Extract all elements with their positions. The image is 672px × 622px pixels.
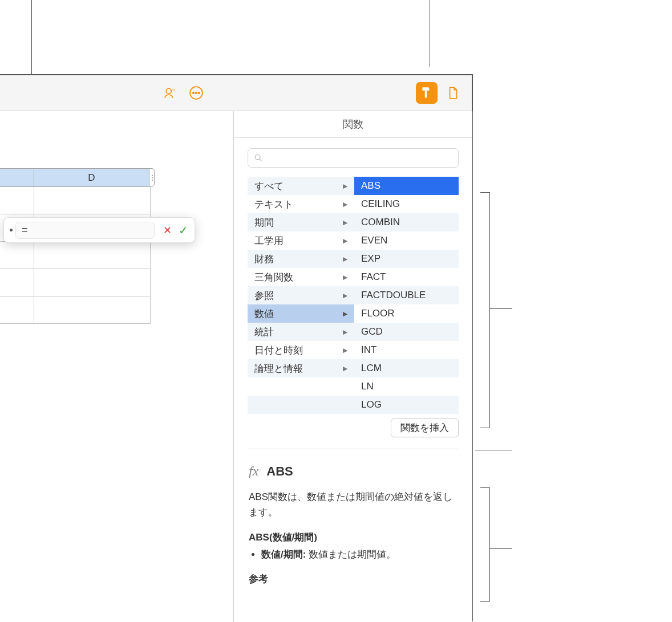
help-description: ABS関数は、数値または期間値の絶対値を返します。 xyxy=(249,490,458,520)
category-item[interactable]: すべて▶ xyxy=(248,177,354,195)
formula-accept-button[interactable]: ✓ xyxy=(176,223,190,237)
chevron-right-icon: ▶ xyxy=(343,255,347,263)
function-item[interactable]: FLOOR xyxy=(354,304,459,323)
help-arguments: 数値/期間: 数値または期間値。 xyxy=(249,547,458,562)
category-item-empty xyxy=(248,377,354,396)
category-label: 参照 xyxy=(254,289,274,302)
help-reference-label: 参考 xyxy=(249,572,458,587)
category-item[interactable]: 論理と情報▶ xyxy=(248,359,354,377)
help-syntax: ABS(数値/期間) xyxy=(249,530,458,545)
cell[interactable] xyxy=(34,296,151,324)
category-label: 統計 xyxy=(254,326,274,339)
fx-icon: fx xyxy=(249,461,258,482)
function-item[interactable]: CEILING xyxy=(354,195,459,213)
svg-point-4 xyxy=(196,92,197,94)
category-item[interactable]: 期間▶ xyxy=(248,213,354,231)
cell[interactable] xyxy=(0,269,34,296)
category-item[interactable]: 三角関数▶ xyxy=(248,268,354,286)
formula-cancel-button[interactable]: ✕ xyxy=(160,224,174,237)
chevron-right-icon: ▶ xyxy=(343,292,347,299)
collaborate-button[interactable] xyxy=(159,82,181,104)
svg-point-3 xyxy=(193,92,195,94)
chevron-right-icon: ▶ xyxy=(343,347,347,354)
function-item[interactable]: COMBIN xyxy=(354,213,459,231)
column-header-d[interactable]: D xyxy=(34,168,149,187)
category-item-empty xyxy=(248,396,354,414)
function-list[interactable]: ABSCEILINGCOMBINEVENEXPFACTFACTDOUBLEFLO… xyxy=(354,177,459,413)
category-item[interactable]: 日付と時刻▶ xyxy=(248,341,354,359)
column-resize-handle[interactable] xyxy=(149,168,155,187)
category-label: 三角関数 xyxy=(254,271,293,284)
category-label: テキスト xyxy=(254,198,293,211)
function-sidebar: 関数 すべて▶テキスト▶期間▶工学用▶財務▶三角関数▶参照▶数値▶統計▶日付と時… xyxy=(233,111,472,622)
svg-rect-6 xyxy=(425,91,427,98)
table-row xyxy=(0,242,151,269)
cell[interactable] xyxy=(0,187,34,214)
spreadsheet-canvas[interactable]: D xyxy=(0,111,233,622)
cell[interactable] xyxy=(34,269,151,296)
function-item[interactable]: GCD xyxy=(354,323,459,341)
function-item[interactable]: EXP xyxy=(354,250,459,268)
cell[interactable] xyxy=(34,187,151,214)
sidebar-title: 関数 xyxy=(234,111,472,138)
column-header-row: D xyxy=(0,168,155,187)
column-header-c[interactable] xyxy=(0,168,34,187)
more-button[interactable] xyxy=(185,82,207,104)
category-list[interactable]: すべて▶テキスト▶期間▶工学用▶財務▶三角関数▶参照▶数値▶統計▶日付と時刻▶論… xyxy=(248,177,354,413)
category-label: 日付と時刻 xyxy=(254,344,303,357)
table-body xyxy=(0,187,151,324)
function-item[interactable]: FACTDOUBLE xyxy=(354,286,459,304)
function-item[interactable]: LOG xyxy=(354,396,459,414)
function-item[interactable]: LCM xyxy=(354,359,459,377)
category-item[interactable]: 数値▶ xyxy=(248,304,354,323)
toolbar xyxy=(0,75,472,111)
insert-function-button[interactable]: 関数を挿入 xyxy=(391,418,459,437)
formula-editor: = ✕ ✓ xyxy=(3,217,195,243)
help-title: ABS xyxy=(266,462,293,481)
chevron-right-icon: ▶ xyxy=(343,219,347,226)
formula-grip-icon[interactable] xyxy=(10,229,13,231)
category-item[interactable]: 参照▶ xyxy=(248,286,354,304)
function-item[interactable]: INT xyxy=(354,341,459,359)
chevron-right-icon: ▶ xyxy=(343,310,347,318)
help-argument: 数値/期間: 数値または期間値。 xyxy=(261,547,458,562)
function-search-input[interactable] xyxy=(248,148,459,168)
category-item[interactable]: 工学用▶ xyxy=(248,231,354,250)
chevron-right-icon: ▶ xyxy=(343,182,347,190)
formula-input[interactable]: = xyxy=(15,222,155,239)
cell[interactable] xyxy=(34,242,151,269)
chevron-right-icon: ▶ xyxy=(343,274,347,281)
category-label: 財務 xyxy=(254,253,274,266)
function-item[interactable]: EVEN xyxy=(354,231,459,250)
chevron-right-icon: ▶ xyxy=(343,365,347,372)
cell[interactable] xyxy=(0,242,34,269)
category-item[interactable]: 財務▶ xyxy=(248,250,354,268)
format-button[interactable] xyxy=(416,82,438,104)
function-item[interactable]: LN xyxy=(354,377,459,396)
category-label: 論理と情報 xyxy=(254,362,303,375)
category-label: 工学用 xyxy=(254,234,284,247)
category-item[interactable]: 統計▶ xyxy=(248,323,354,341)
svg-point-5 xyxy=(199,92,200,94)
document-button[interactable] xyxy=(442,82,464,104)
table-row xyxy=(0,269,151,296)
chevron-right-icon: ▶ xyxy=(343,201,347,208)
app-frame: D xyxy=(0,74,473,621)
chevron-right-icon: ▶ xyxy=(343,328,347,336)
chevron-right-icon: ▶ xyxy=(343,237,347,245)
function-help: fx ABS ABS関数は、数値または期間値の絶対値を返します。 ABS(数値/… xyxy=(234,449,472,598)
svg-point-0 xyxy=(166,88,171,93)
function-item[interactable]: FACT xyxy=(354,268,459,286)
category-label: 数値 xyxy=(254,307,274,320)
function-browser: すべて▶テキスト▶期間▶工学用▶財務▶三角関数▶参照▶数値▶統計▶日付と時刻▶論… xyxy=(248,177,459,413)
category-label: 期間 xyxy=(254,216,274,229)
category-label: すべて xyxy=(254,180,284,193)
svg-point-7 xyxy=(255,155,260,160)
function-item[interactable]: ABS xyxy=(354,177,459,195)
cell[interactable] xyxy=(0,296,34,324)
table-row xyxy=(0,296,151,324)
table-row xyxy=(0,187,151,214)
category-item[interactable]: テキスト▶ xyxy=(248,195,354,213)
